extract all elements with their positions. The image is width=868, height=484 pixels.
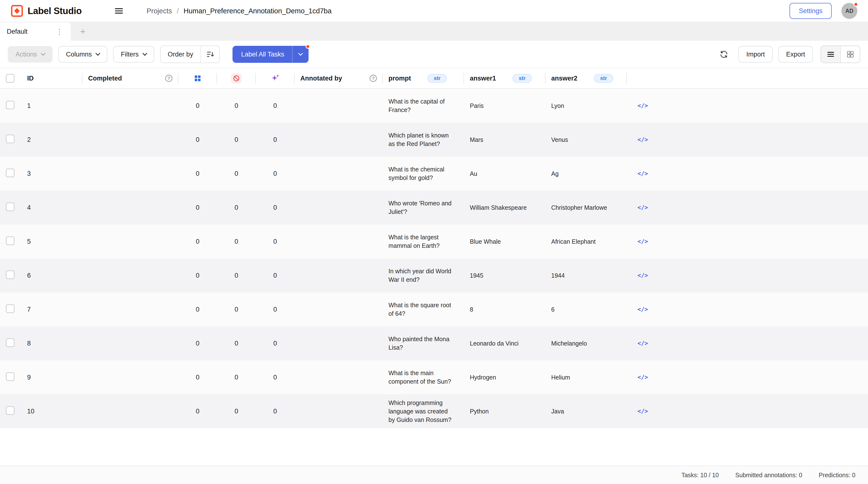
tab-menu-kebab-icon[interactable]: ⋮ bbox=[55, 27, 64, 36]
add-tab-button[interactable]: + bbox=[74, 23, 91, 40]
column-header-id[interactable]: ID bbox=[21, 68, 82, 88]
toolbar-right: Import Export bbox=[715, 46, 860, 63]
row-checkbox[interactable] bbox=[6, 169, 14, 177]
source-code-icon[interactable]: </> bbox=[638, 408, 648, 415]
actions-dropdown[interactable]: Actions bbox=[8, 46, 53, 62]
notification-dot bbox=[854, 2, 858, 7]
row-answer1: William Shakespeare bbox=[464, 203, 546, 212]
settings-button[interactable]: Settings bbox=[789, 3, 832, 19]
table-row[interactable]: 5 0 0 0 What is the largest mammal on Ea… bbox=[0, 225, 868, 258]
source-code-icon[interactable]: </> bbox=[638, 170, 648, 177]
row-answer1: Hydrogen bbox=[464, 373, 546, 382]
row-predictions-count: 0 bbox=[256, 340, 294, 347]
column-header-prompt[interactable]: prompt str bbox=[383, 68, 464, 88]
source-code-icon[interactable]: </> bbox=[638, 238, 648, 245]
row-select-cell bbox=[0, 372, 21, 382]
export-button[interactable]: Export bbox=[778, 46, 813, 62]
str-type-badge: str bbox=[513, 74, 532, 83]
table-row[interactable]: 8 0 0 0 Who painted the Mona Lisa? Leona… bbox=[0, 326, 868, 360]
row-prompt: What is the chemical symbol for gold? bbox=[383, 165, 464, 182]
row-prompt: Which planet is known as the Red Planet? bbox=[383, 131, 464, 148]
label-studio-logo-icon bbox=[11, 5, 23, 17]
chevron-down-icon bbox=[143, 51, 147, 56]
row-checkbox[interactable] bbox=[6, 135, 14, 143]
order-by-button[interactable]: Order by bbox=[161, 46, 200, 62]
row-checkbox[interactable] bbox=[6, 101, 14, 109]
row-cancelled-count: 0 bbox=[217, 374, 256, 381]
label-all-tasks-button[interactable]: Label All Tasks bbox=[232, 46, 309, 63]
row-checkbox[interactable] bbox=[6, 406, 14, 415]
table-row[interactable]: 1 0 0 0 What is the capital of France? P… bbox=[0, 89, 868, 123]
column-header-filler bbox=[659, 68, 868, 88]
source-code-icon[interactable]: </> bbox=[638, 204, 648, 211]
row-cancelled-count: 0 bbox=[217, 306, 256, 313]
select-all-checkbox[interactable] bbox=[6, 74, 14, 83]
import-label: Import bbox=[746, 51, 765, 58]
sort-icon bbox=[206, 50, 215, 59]
tab-default[interactable]: Default ⋮ bbox=[0, 22, 71, 41]
help-icon: ? bbox=[165, 75, 173, 82]
row-id: 4 bbox=[21, 204, 82, 211]
grid-view-icon bbox=[846, 50, 855, 59]
breadcrumb: Projects / Human_Preference_Annotation_D… bbox=[147, 7, 332, 15]
column-header-cancelled[interactable] bbox=[217, 68, 256, 88]
row-id: 5 bbox=[21, 238, 82, 246]
breadcrumb-projects-link[interactable]: Projects bbox=[147, 7, 172, 15]
help-icon: ? bbox=[370, 75, 377, 82]
table-row[interactable]: 3 0 0 0 What is the chemical symbol for … bbox=[0, 156, 868, 191]
row-select-cell bbox=[0, 101, 21, 111]
row-prompt: In which year did World War II end? bbox=[383, 267, 464, 284]
column-header-predictions[interactable] bbox=[256, 68, 294, 88]
row-checkbox[interactable] bbox=[6, 304, 14, 313]
row-source-cell: </> bbox=[627, 204, 659, 211]
row-id: 1 bbox=[21, 102, 82, 110]
source-code-icon[interactable]: </> bbox=[638, 272, 648, 279]
column-header-answer2[interactable]: answer2 str bbox=[546, 68, 627, 88]
chevron-down-icon bbox=[95, 51, 100, 56]
row-annotations-count: 0 bbox=[178, 306, 217, 313]
row-answer2: Michelangelo bbox=[546, 339, 627, 348]
row-checkbox[interactable] bbox=[6, 372, 14, 381]
grid-view-button[interactable] bbox=[840, 46, 860, 62]
source-code-icon[interactable]: </> bbox=[638, 374, 648, 381]
table-row[interactable]: 6 0 0 0 In which year did World War II e… bbox=[0, 258, 868, 292]
columns-dropdown[interactable]: Columns bbox=[58, 46, 107, 62]
table-row[interactable]: 9 0 0 0 What is the main component of th… bbox=[0, 360, 868, 394]
table-row[interactable]: 4 0 0 0 Who wrote 'Romeo and Juliet'? Wi… bbox=[0, 191, 868, 225]
row-cancelled-count: 0 bbox=[217, 102, 256, 110]
notification-dot bbox=[306, 45, 310, 49]
row-checkbox[interactable] bbox=[6, 338, 14, 347]
label-tasks-dropdown-toggle[interactable] bbox=[292, 54, 309, 55]
row-answer1: Blue Whale bbox=[464, 237, 546, 246]
source-code-icon[interactable]: </> bbox=[638, 102, 648, 109]
sort-direction-button[interactable] bbox=[200, 46, 219, 62]
row-checkbox[interactable] bbox=[6, 271, 14, 279]
column-header-annotated-by[interactable]: Annotated by ? bbox=[294, 68, 383, 88]
import-button[interactable]: Import bbox=[738, 46, 773, 62]
column-header-completed[interactable]: Completed ? bbox=[82, 68, 178, 88]
row-prompt: Who wrote 'Romeo and Juliet'? bbox=[383, 199, 464, 216]
row-checkbox[interactable] bbox=[6, 202, 14, 211]
brand[interactable]: Label Studio bbox=[11, 5, 82, 17]
table-row[interactable]: 10 0 0 0 Which programming language was … bbox=[0, 394, 868, 428]
row-checkbox[interactable] bbox=[6, 236, 14, 245]
refresh-button[interactable] bbox=[715, 46, 733, 62]
menu-hamburger-button[interactable] bbox=[114, 6, 124, 16]
source-code-icon[interactable]: </> bbox=[638, 340, 648, 347]
row-source-cell: </> bbox=[627, 408, 659, 415]
source-code-icon[interactable]: </> bbox=[638, 136, 648, 143]
column-header-annotations[interactable] bbox=[178, 68, 217, 88]
order-by-control: Order by bbox=[160, 46, 220, 63]
row-select-cell bbox=[0, 236, 21, 247]
row-cancelled-count: 0 bbox=[217, 238, 256, 246]
filters-dropdown[interactable]: Filters bbox=[113, 46, 154, 62]
list-view-button[interactable] bbox=[821, 46, 840, 62]
tab-bar: Default ⋮ + bbox=[0, 22, 868, 41]
column-header-answer1[interactable]: answer1 str bbox=[464, 68, 546, 88]
row-id: 9 bbox=[21, 374, 82, 381]
source-code-icon[interactable]: </> bbox=[638, 306, 648, 313]
avatar[interactable]: AD bbox=[841, 3, 857, 19]
table-row[interactable]: 2 0 0 0 Which planet is known as the Red… bbox=[0, 123, 868, 156]
tab-label: Default bbox=[7, 28, 28, 35]
table-row[interactable]: 7 0 0 0 What is the square root of 64? 8… bbox=[0, 292, 868, 326]
